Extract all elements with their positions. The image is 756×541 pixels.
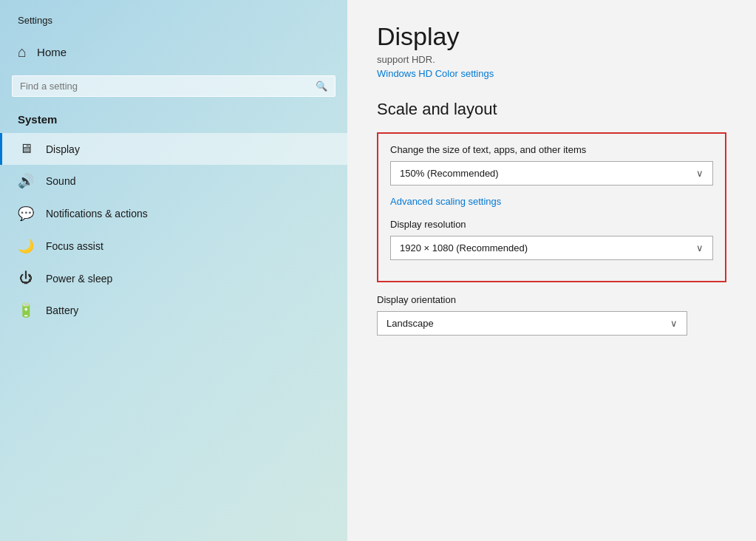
hdr-color-link[interactable]: Windows HD Color settings [377,68,726,79]
sidebar-item-focus[interactable]: 🌙 Focus assist [0,230,347,262]
page-title: Display [377,22,726,51]
orientation-label: Display orientation [377,294,726,305]
system-label: System [0,109,347,133]
advanced-scaling-link[interactable]: Advanced scaling settings [390,196,501,207]
home-label: Home [37,46,67,58]
sidebar-item-label: Sound [46,175,75,187]
sidebar-item-notifications[interactable]: 💬 Notifications & actions [0,197,347,230]
battery-icon: 🔋 [18,302,34,319]
chevron-down-icon: ∨ [670,318,678,329]
scale-dropdown[interactable]: 150% (Recommended) ∨ [390,161,713,186]
home-icon: ⌂ [18,44,27,61]
sound-icon: 🔊 [18,173,34,189]
notifications-icon: 💬 [18,205,34,222]
orientation-dropdown[interactable]: Landscape ∨ [377,311,687,336]
focus-icon: 🌙 [18,238,34,254]
sidebar-item-battery[interactable]: 🔋 Battery [0,294,347,327]
search-input[interactable] [20,81,310,92]
sidebar-item-label: Battery [46,304,78,316]
chevron-down-icon: ∨ [696,168,704,179]
resolution-value: 1920 × 1080 (Recommended) [400,242,528,254]
scale-layout-heading: Scale and layout [377,100,726,119]
display-icon: 🖥 [18,141,34,157]
search-box[interactable]: 🔍 [12,75,336,97]
app-title: Settings [0,0,347,36]
sidebar-item-label: Display [46,143,80,155]
sidebar-item-label: Focus assist [46,240,103,252]
home-nav-item[interactable]: ⌂ Home [0,36,347,68]
scale-label: Change the size of text, apps, and other… [390,144,713,155]
scale-value: 150% (Recommended) [400,168,499,179]
sidebar-item-label: Notifications & actions [46,208,148,220]
nav-items: 🖥 Display 🔊 Sound 💬 Notifications & acti… [0,133,347,327]
resolution-label: Display resolution [390,219,713,230]
sidebar-item-label: Power & sleep [46,273,112,285]
highlighted-section: Change the size of text, apps, and other… [377,132,726,282]
hdr-support-text: support HDR. [377,54,726,65]
sidebar-item-power[interactable]: ⏻ Power & sleep [0,262,347,294]
main-content: Display support HDR. Windows HD Color se… [347,0,756,541]
sidebar-item-display[interactable]: 🖥 Display [0,133,347,165]
chevron-down-icon: ∨ [696,242,704,254]
power-icon: ⏻ [18,270,34,286]
sidebar-item-sound[interactable]: 🔊 Sound [0,165,347,197]
orientation-value: Landscape [386,318,434,329]
resolution-dropdown[interactable]: 1920 × 1080 (Recommended) ∨ [390,236,713,260]
search-icon: 🔍 [316,81,327,92]
sidebar: Settings ⌂ Home 🔍 System 🖥 Display 🔊 Sou… [0,0,347,541]
